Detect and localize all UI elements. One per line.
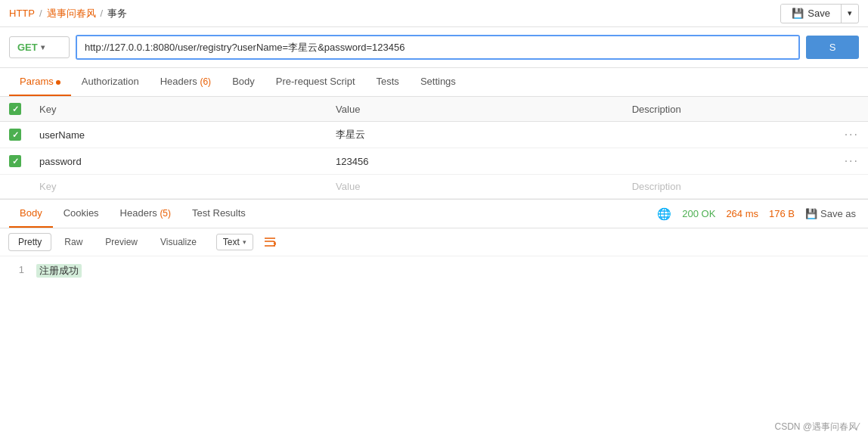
line-content: 注册成功	[36, 264, 82, 278]
breadcrumb-middle[interactable]: 遇事问春风	[47, 7, 96, 20]
format-raw-button[interactable]: Raw	[55, 234, 91, 250]
row2-key: password	[39, 156, 82, 167]
save-as-icon: 💾	[805, 208, 817, 219]
tab-tests[interactable]: Tests	[366, 68, 410, 96]
table-row: Key Value Description	[0, 175, 868, 199]
row1-value: 李星云	[336, 129, 365, 140]
request-tabs: Params Authorization Headers (6) Body Pr…	[0, 68, 868, 97]
format-type-chevron-icon: ▾	[243, 238, 246, 246]
save-as-button[interactable]: 💾 Save as	[805, 208, 856, 219]
response-time: 264 ms	[726, 208, 758, 219]
col-value-header: Value	[327, 97, 623, 122]
tab-body[interactable]: Body	[222, 68, 265, 96]
save-button-group: 💾 Save ▾	[780, 4, 859, 23]
tab-settings[interactable]: Settings	[410, 68, 467, 96]
format-type-select[interactable]: Text ▾	[216, 234, 253, 250]
col-key-header: Key	[30, 97, 327, 122]
tab-headers[interactable]: Headers (6)	[150, 68, 222, 96]
resp-headers-badge: (5)	[160, 208, 171, 219]
url-bar: GET ▾ S	[0, 27, 868, 68]
col-more-header	[835, 97, 868, 122]
response-status-bar: 🌐 200 OK 264 ms 176 B 💾 Save as	[657, 207, 859, 221]
resp-tab-test-results[interactable]: Test Results	[181, 200, 256, 228]
wrap-lines-icon[interactable]	[261, 233, 279, 251]
response-section: Body Cookies Headers (5) Test Results 🌐 …	[0, 199, 868, 302]
row1-key: userName	[39, 129, 85, 141]
tab-prerequest[interactable]: Pre-request Script	[265, 68, 366, 96]
row2-more-icon[interactable]: ···	[845, 154, 859, 167]
response-size: 176 B	[769, 208, 795, 219]
resp-line-1: 1 注册成功	[9, 264, 859, 278]
breadcrumb-http[interactable]: HTTP	[9, 8, 35, 19]
save-dropdown-button[interactable]: ▾	[842, 5, 858, 21]
url-input-wrapper	[76, 35, 800, 60]
resp-tab-headers[interactable]: Headers (5)	[110, 200, 181, 228]
col-checkbox: ✓	[0, 97, 30, 122]
row3-value-placeholder: Value	[336, 181, 360, 192]
breadcrumb: HTTP / 遇事问春风 / 事务	[9, 7, 780, 20]
format-pretty-button[interactable]: Pretty	[9, 234, 51, 250]
resp-tab-body[interactable]: Body	[9, 200, 53, 228]
save-icon: 💾	[792, 8, 804, 19]
row2-value: 123456	[336, 156, 368, 167]
table-row: ✓ password 123456 ···	[0, 148, 868, 175]
params-dot	[56, 80, 60, 85]
row3-desc-placeholder: Description	[632, 181, 681, 192]
table-row: ✓ userName 李星云 ···	[0, 122, 868, 148]
save-button[interactable]: 💾 Save	[781, 5, 841, 22]
method-label: GET	[17, 42, 38, 53]
col-desc-header: Description	[623, 97, 835, 122]
globe-icon: 🌐	[657, 207, 671, 221]
resp-tab-cookies[interactable]: Cookies	[53, 200, 110, 228]
response-body: 1 注册成功	[0, 256, 868, 302]
send-button[interactable]: S	[806, 36, 859, 59]
format-preview-button[interactable]: Preview	[96, 234, 147, 250]
breadcrumb-sep2: /	[101, 8, 104, 19]
select-all-checkbox[interactable]: ✓	[9, 103, 21, 115]
line-number: 1	[9, 264, 24, 278]
tab-authorization[interactable]: Authorization	[71, 68, 150, 96]
format-visualize-button[interactable]: Visualize	[151, 234, 206, 250]
row1-checkbox[interactable]: ✓	[9, 129, 21, 141]
headers-badge: (6)	[200, 76, 211, 87]
tab-params[interactable]: Params	[9, 68, 71, 96]
top-bar: HTTP / 遇事问春风 / 事务 💾 Save ▾	[0, 0, 868, 27]
url-input[interactable]	[77, 36, 798, 58]
row1-more-icon[interactable]: ···	[845, 128, 859, 141]
method-select[interactable]: GET ▾	[9, 36, 70, 58]
row2-checkbox[interactable]: ✓	[9, 155, 21, 167]
response-tabs-bar: Body Cookies Headers (5) Test Results 🌐 …	[0, 200, 868, 228]
breadcrumb-sep1: /	[39, 8, 42, 19]
method-chevron-icon: ▾	[41, 43, 45, 51]
params-table: ✓ Key Value Description ✓ userName 李星云	[0, 97, 868, 199]
save-as-label: Save as	[820, 208, 856, 219]
status-code: 200 OK	[682, 208, 715, 219]
save-label: Save	[808, 8, 830, 19]
response-format-bar: Pretty Raw Preview Visualize Text ▾	[0, 228, 868, 256]
row3-key-placeholder: Key	[39, 181, 56, 192]
format-type-label: Text	[223, 237, 240, 247]
breadcrumb-current: 事务	[107, 7, 127, 20]
